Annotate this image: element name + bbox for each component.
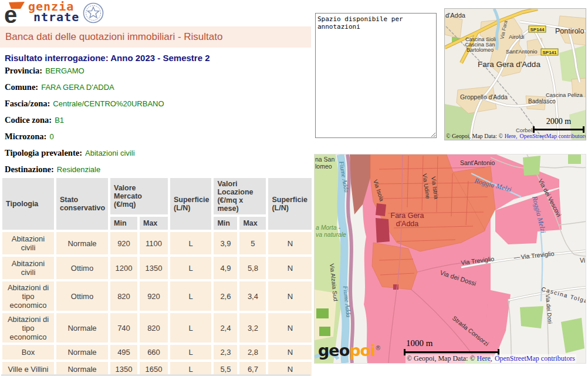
osm-link[interactable]: OpenStreetMap contributors: [495, 354, 575, 362]
cell-superficie-1: L: [170, 345, 211, 360]
map-attribution: © Geopoi, Map Data: © Here,OpenStreetMap…: [445, 133, 586, 139]
field-label: Destinazione:: [5, 164, 54, 174]
col-header-min: Min: [110, 217, 137, 230]
field-codice-zona: Codice zona:B1: [5, 114, 164, 130]
here-link[interactable]: Here,: [505, 133, 518, 139]
map-label-fara-dadda: d'Adda: [396, 220, 419, 228]
cell-superficie-1: L: [170, 281, 211, 311]
sp144-label: SP144: [530, 27, 545, 32]
table-row: BoxNormale495660L2,32,8N: [2, 345, 312, 360]
cell-vm-max: 920: [140, 281, 168, 311]
agenzia-entrate-logo-mark: e: [4, 1, 27, 25]
cell-vm-min: 920: [110, 232, 137, 254]
table-row: Abitazioni civiliOttimo12001350L4,95,8N: [2, 257, 312, 279]
zone-map[interactable]: na San lomeo Fiume Adda a Morta - va nat…: [314, 154, 586, 364]
overview-map[interactable]: SP144 SP141 d'Adda Cascina Sioli Cascina…: [444, 8, 586, 140]
col-header-stato: Stato conservativo: [56, 178, 108, 230]
cell-vl-max: 5,8: [239, 257, 266, 279]
map-label-vi-partial: Vi: [580, 257, 585, 264]
cell-superficie-2: N: [268, 281, 312, 311]
cell-superficie-2: N: [268, 313, 312, 343]
annotations-textarea[interactable]: Spazio disponibile per annotazioni: [315, 13, 437, 138]
attribution-text: © Geopoi, Map Data: ©: [407, 354, 477, 362]
result-title: Risultato interrogazione: Anno 2023 - Se…: [5, 53, 210, 63]
cell-stato: Ottimo: [56, 281, 108, 311]
field-label: Fascia/zona:: [5, 99, 50, 108]
cell-vl-max: 3,4: [239, 281, 266, 311]
page-title-banner: Banca dati delle quotazioni immobiliari …: [0, 26, 311, 48]
cell-vl-min: 2,4: [214, 313, 237, 343]
cell-stato: Normale: [56, 313, 108, 343]
field-label: Tipologia prevalente:: [5, 148, 82, 157]
field-value: BERGAMO: [45, 66, 84, 75]
sp141-label: SP141: [542, 50, 557, 55]
map-label-riserva-1: a Morta -: [316, 224, 341, 231]
field-value: 0: [49, 132, 53, 141]
cell-tipologia: Box: [2, 345, 54, 360]
field-provincia: Provincia:BERGAMO: [5, 65, 164, 81]
cell-vl-max: 5: [239, 232, 266, 254]
scale-label: 1000 m: [406, 338, 459, 348]
map-label-cascina-san-part2: lomeo: [315, 163, 332, 170]
field-value: Centrale/CENTRO%20URBANO: [53, 99, 164, 108]
cell-vm-min: 1200: [110, 257, 137, 279]
cell-vm-max: 660: [140, 345, 168, 360]
sp144-road-badge: SP144: [529, 26, 546, 32]
cell-superficie-2: N: [268, 345, 312, 360]
cell-vl-min: 2,3: [214, 345, 237, 360]
quotazioni-table: Tipologia Stato conservativo Valore Merc…: [0, 176, 314, 376]
cell-vm-min: 495: [110, 345, 137, 360]
attribution-text: © Geopoi, Map Data: ©: [446, 133, 505, 139]
cell-vm-max: 1350: [140, 257, 168, 279]
cell-vl-min: 3,9: [214, 232, 237, 254]
cell-vl-min: 2,6: [214, 281, 237, 311]
field-label: Microzona:: [5, 132, 46, 141]
table-row: Abitazioni di tipo economicoOttimo820920…: [2, 281, 312, 311]
field-value: FARA GERA D'ADDA: [41, 83, 114, 92]
field-value: Residenziale: [57, 165, 100, 174]
osm-link[interactable]: OpenStreetMap contributors: [520, 133, 586, 139]
result-fields: Provincia:BERGAMO Comune:FARA GERA D'ADD…: [5, 65, 164, 180]
cell-superficie-2: N: [268, 232, 312, 254]
geopoi-logo-poi: poi: [349, 341, 375, 360]
cell-superficie-2: N: [268, 257, 312, 279]
field-label: Codice zona:: [5, 115, 52, 125]
map-label-groppello: Groppello d'Adda: [460, 93, 508, 100]
map-label-badalasco: Badalasco: [528, 98, 556, 105]
cell-superficie-1: L: [170, 257, 211, 279]
page: e genzia ntrate Banca dati delle quotazi…: [0, 0, 588, 376]
field-label: Provincia:: [5, 66, 42, 75]
table-row: Abitazioni di tipo economicoNormale74082…: [2, 313, 312, 343]
field-tipologia-prevalente: Tipologia prevalente:Abitazioni civili: [5, 147, 164, 163]
col-header-superficie-2: Superficie (L/N): [268, 178, 312, 230]
field-value: Abitazioni civili: [85, 149, 135, 157]
cell-vm-max: 820: [140, 313, 168, 343]
map-label-fara-gera-dadda: Fara Gera d'Adda: [478, 60, 540, 69]
geopoi-logo-reg: ®: [375, 345, 380, 351]
col-header-max: Max: [140, 217, 168, 230]
map-label-treviglio-dash: —: [513, 253, 521, 261]
field-value: B1: [55, 116, 64, 125]
cell-stato: Ottimo: [56, 257, 108, 279]
here-link[interactable]: Here,: [477, 354, 492, 362]
col-header-superficie-1: Superficie (L/N): [170, 178, 211, 230]
map-label-fara-gera: Fara Gera: [391, 212, 424, 220]
logo-word-entrate: ntrate: [33, 12, 79, 22]
map-label-sant-antonio: Sant'Antonio: [506, 48, 538, 55]
sp141-road-badge: SP141: [541, 49, 558, 55]
map-attribution: © Geopoi, Map Data: © Here,OpenStreetMap…: [405, 354, 576, 363]
cell-vm-min: 820: [110, 281, 137, 311]
map-label-riserva-2: va naturale: [316, 231, 346, 238]
cell-superficie-1: L: [170, 232, 211, 254]
cell-vl-max: 2,8: [239, 345, 266, 360]
col-header-valore-mercato: Valore Mercato (€/mq): [110, 178, 168, 214]
cell-vl-max: 3,2: [239, 313, 266, 343]
scale-bar: [533, 126, 584, 133]
cell-superficie-1: L: [170, 313, 211, 343]
map-label-airoldi: Airoldi: [509, 33, 524, 40]
geopoi-logo: geopoi®: [318, 340, 380, 358]
cell-tipologia: Abitazioni di tipo economico: [2, 313, 54, 343]
cell-vm-max: 1100: [140, 232, 168, 254]
cell-vm-min: 740: [110, 313, 137, 343]
map-label-sant-antonio: Sant'Antonio: [460, 159, 495, 166]
